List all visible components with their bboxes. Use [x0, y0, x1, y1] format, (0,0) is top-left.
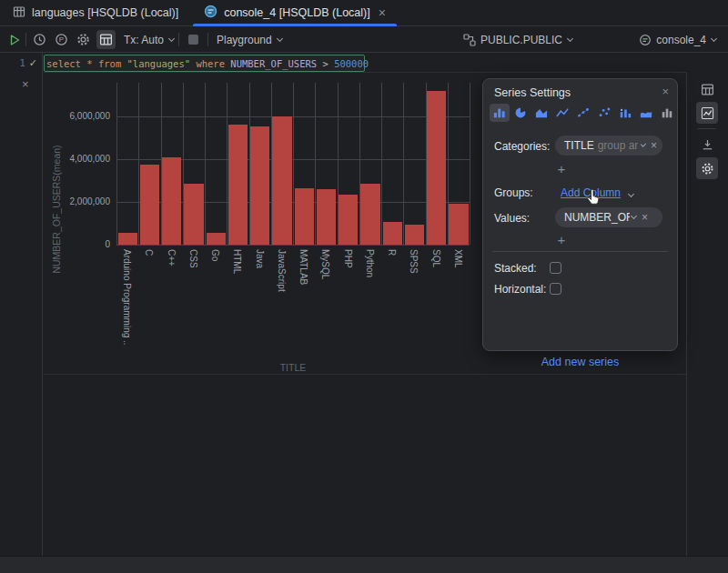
- application-window: languages [HSQLDB (Local)] console_4 [HS…: [0, 0, 728, 573]
- bar-CSS[interactable]: [184, 184, 203, 245]
- export-download-icon[interactable]: [696, 134, 718, 156]
- chart-type-column-icon[interactable]: [657, 104, 677, 122]
- chevron-down-icon: [277, 35, 283, 41]
- bar-SQL[interactable]: [427, 91, 446, 245]
- categories-label: Categories:: [494, 140, 550, 153]
- in-editor-results-toggle[interactable]: [96, 30, 116, 49]
- line-number: 1: [19, 57, 25, 69]
- settings-gear-icon[interactable]: [76, 26, 90, 53]
- chart-type-area-icon[interactable]: [531, 104, 551, 122]
- x-tick-label: MySQL: [320, 249, 330, 279]
- x-tick-label: CSS: [188, 249, 198, 268]
- toolbar-separator: [207, 33, 208, 46]
- gridline-vertical: [403, 83, 404, 245]
- remove-icon[interactable]: ×: [642, 211, 648, 224]
- chart-type-line-icon[interactable]: [552, 104, 572, 122]
- stacked-label: Stacked:: [494, 262, 537, 275]
- tab-languages[interactable]: languages [HSQLDB (Local)]: [0, 0, 191, 25]
- editor-area: 1 ✓ × select * from "languages" where NU…: [0, 53, 728, 556]
- bar-PHP[interactable]: [339, 195, 358, 245]
- x-tick-label: MATLAB: [298, 249, 308, 285]
- sql-token: *: [86, 58, 98, 69]
- bar-MATLAB[interactable]: [295, 188, 314, 245]
- add-values-column-button[interactable]: +: [552, 232, 571, 247]
- toolbar-separator: [178, 33, 179, 46]
- x-tick-label: R: [387, 249, 397, 256]
- tab-label: console_4 [HSQLDB (Local)]: [224, 6, 370, 19]
- bar-SPSS[interactable]: [405, 225, 424, 245]
- bar-R[interactable]: [383, 222, 402, 245]
- gridline-vertical: [205, 83, 206, 245]
- bar-XML[interactable]: [449, 204, 468, 245]
- table-view-icon[interactable]: [696, 78, 718, 100]
- bar-C++[interactable]: [162, 157, 181, 245]
- session-switcher[interactable]: console_4: [639, 26, 716, 53]
- chart-type-pie-icon[interactable]: [511, 104, 531, 122]
- chevron-down-icon: [631, 213, 637, 219]
- x-tick-label: C: [144, 249, 154, 256]
- chart-plot[interactable]: [116, 83, 470, 245]
- history-icon[interactable]: [33, 26, 46, 53]
- bar-JavaScript[interactable]: [272, 116, 291, 245]
- chart-type-bar-icon[interactable]: [490, 104, 510, 122]
- stop-button[interactable]: [187, 26, 199, 53]
- tx-mode-dropdown[interactable]: Tx: Auto: [124, 26, 174, 53]
- sql-query-line[interactable]: select * from "languages" where NUMBER_O…: [44, 55, 365, 72]
- sql-token: >: [322, 58, 334, 69]
- playground-dropdown[interactable]: Playground: [217, 26, 282, 53]
- y-tick-label: 6,000,000: [70, 111, 111, 121]
- remove-icon[interactable]: ×: [651, 139, 657, 152]
- sql-token: from: [98, 58, 127, 69]
- gridline-vertical: [116, 83, 117, 245]
- editor-tab-bar: languages [HSQLDB (Local)] console_4 [HS…: [0, 0, 728, 26]
- run-button[interactable]: [7, 26, 22, 53]
- playground-label: Playground: [217, 34, 272, 46]
- chart-view-icon[interactable]: [696, 102, 718, 124]
- parameters-icon[interactable]: P: [55, 26, 68, 53]
- close-icon[interactable]: ×: [379, 6, 386, 19]
- chart-settings-gear-icon[interactable]: [696, 157, 718, 179]
- bar-C[interactable]: [140, 165, 159, 245]
- svg-text:P: P: [59, 35, 64, 44]
- bar-Java[interactable]: [250, 126, 269, 246]
- bar-MySQL[interactable]: [317, 189, 336, 245]
- values-label: Values:: [494, 212, 530, 225]
- pill-column-name: NUMBER_OF_USE: [564, 211, 630, 224]
- x-tick-label: PHP: [343, 249, 353, 268]
- y-axis-ticks: 02,000,0004,000,0006,000,000: [44, 83, 110, 245]
- sql-token: NUMBER_OF_USERS: [230, 58, 322, 69]
- chart-type-scatter-icon[interactable]: [594, 104, 614, 122]
- toolbar-separator: [25, 33, 26, 46]
- sql-token: "languages": [127, 58, 197, 69]
- categories-column-pill[interactable]: TITLE group and s ×: [555, 136, 662, 156]
- values-column-pill[interactable]: NUMBER_OF_USE ×: [555, 207, 662, 227]
- x-tick-label: Go: [210, 249, 220, 261]
- horizontal-checkbox[interactable]: [550, 283, 561, 295]
- bar-Python[interactable]: [360, 184, 379, 245]
- inlay-close-icon[interactable]: ×: [22, 77, 29, 91]
- popup-divider: [492, 251, 668, 252]
- x-tick-label: JavaScript: [277, 249, 287, 292]
- x-tick-label: Arduino Programming ..: [122, 249, 132, 346]
- console-toolbar: P Tx: Auto Playground PUBLIC.PUBLIC con: [0, 26, 728, 53]
- chart-type-bar-line-icon[interactable]: [615, 104, 635, 122]
- console-icon: [204, 5, 217, 21]
- schema-switcher[interactable]: PUBLIC.PUBLIC: [463, 26, 572, 53]
- gridline-horizontal: [116, 116, 470, 117]
- series-settings-popup: Series Settings ×: [482, 78, 678, 351]
- chart-type-selector: [490, 104, 677, 122]
- stacked-checkbox[interactable]: [550, 262, 561, 274]
- bar-Go[interactable]: [207, 233, 226, 245]
- chart-type-scatter-line-icon[interactable]: [573, 104, 593, 122]
- bar-HTML[interactable]: [228, 125, 248, 245]
- close-icon[interactable]: ×: [662, 85, 669, 98]
- bar-Arduino Programming ..[interactable]: [118, 233, 137, 245]
- add-categories-column-button[interactable]: +: [552, 161, 571, 176]
- chart-type-stream-icon[interactable]: [636, 104, 656, 122]
- x-axis-title: TITLE: [116, 362, 470, 373]
- tab-console-4[interactable]: console_4 [HSQLDB (Local)] ×: [191, 0, 399, 25]
- result-view-toolbar: [686, 72, 728, 556]
- gridline-horizontal: [116, 245, 470, 246]
- add-new-series-link[interactable]: Add new series: [482, 356, 678, 368]
- x-tick-label: XML: [453, 249, 463, 268]
